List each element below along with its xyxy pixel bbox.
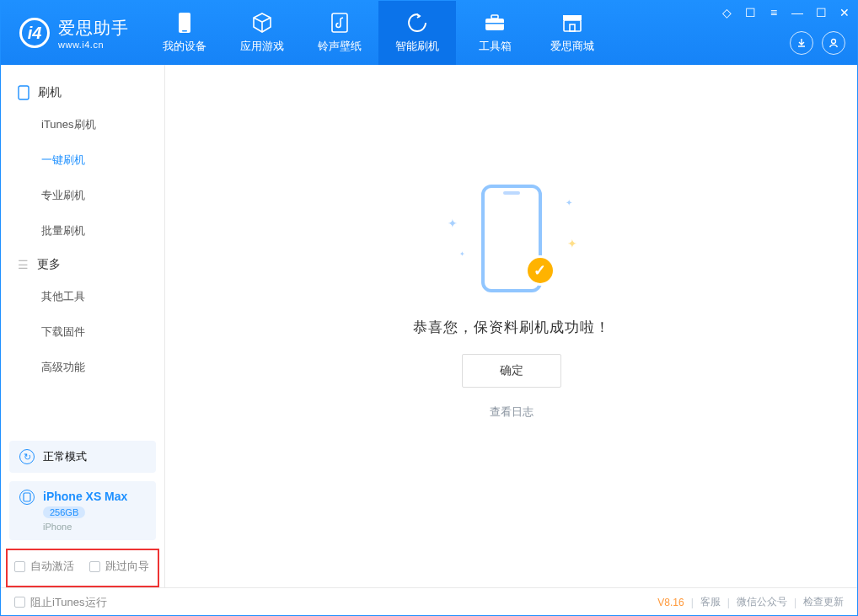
svg-rect-3 [485,19,504,30]
checkbox-skip-guide[interactable]: 跳过向导 [89,559,149,574]
sidebar: 刷机 iTunes刷机 一键刷机 专业刷机 批量刷机 ☰ 更多 其他工具 下载固… [1,65,165,587]
svg-point-8 [832,40,836,44]
view-log-link[interactable]: 查看日志 [490,404,534,420]
sidebar-item-pro-flash[interactable]: 专业刷机 [1,178,164,213]
svg-rect-10 [24,493,30,501]
logo-icon: i4 [19,18,50,48]
refresh-icon: ↻ [19,449,35,464]
phone-outline-icon [18,85,29,100]
version-label: V8.16 [657,597,684,608]
device-type: iPhone [43,522,127,532]
menu-icon[interactable]: ≡ [768,6,780,19]
briefcase-icon [484,12,506,34]
svg-rect-9 [19,86,29,99]
app-logo: i4 爱思助手 www.i4.cn [1,17,146,50]
device-phone-icon [19,490,35,505]
sidebar-item-itunes-flash[interactable]: iTunes刷机 [1,107,164,142]
close-button[interactable]: ✕ [839,6,850,19]
nav-label: 爱思商城 [550,39,594,54]
device-storage-badge: 256GB [43,506,85,518]
minimize-button[interactable]: — [791,6,803,19]
nav-apps-games[interactable]: 应用游戏 [223,1,301,65]
sidebar-item-advanced[interactable]: 高级功能 [1,350,164,385]
success-illustration: ✦ ✦ ✦ ✦ ✓ [444,183,579,301]
sidebar-group-more: ☰ 更多 [1,249,164,279]
svg-rect-5 [485,23,504,24]
mode-card[interactable]: ↻ 正常模式 [9,441,156,473]
nav-label: 铃声壁纸 [318,39,362,54]
checkbox-block-itunes[interactable]: 阻止iTunes运行 [14,595,107,610]
sidebar-item-batch-flash[interactable]: 批量刷机 [1,213,164,249]
nav-store[interactable]: 爱思商城 [534,1,611,65]
svg-rect-2 [332,13,347,32]
footer-link-support[interactable]: 客服 [700,595,721,609]
ok-button[interactable]: 确定 [462,354,561,388]
window-controls: ◇ ☐ ≡ — ☐ ✕ [721,6,850,19]
highlighted-options: 自动激活 跳过向导 [6,549,159,587]
checkbox-icon [14,597,25,608]
nav-label: 智能刷机 [395,39,439,54]
checkbox-icon [14,561,25,572]
shop-icon [561,12,583,34]
mode-label: 正常模式 [43,449,87,464]
sidebar-item-other-tools[interactable]: 其他工具 [1,279,164,314]
nav-label: 我的设备 [163,39,206,54]
main-nav: 我的设备 应用游戏 铃声壁纸 智能刷机 工具箱 爱思商城 [146,1,611,65]
svg-rect-6 [564,20,581,31]
nav-label: 工具箱 [479,39,512,54]
feedback-icon[interactable]: ☐ [744,6,756,19]
theme-icon[interactable]: ◇ [721,6,732,19]
account-button[interactable] [822,31,845,55]
footer-link-wechat[interactable]: 微信公众号 [737,595,787,609]
device-name: iPhone XS Max [43,490,127,503]
svg-rect-7 [570,24,575,31]
nav-ringtones[interactable]: 铃声壁纸 [301,1,378,65]
phone-icon [174,12,196,34]
main-content: ✦ ✦ ✦ ✦ ✓ 恭喜您，保资料刷机成功啦！ 确定 查看日志 [165,65,857,587]
svg-rect-0 [179,13,190,33]
status-bar: 阻止iTunes运行 V8.16 | 客服 | 微信公众号 | 检查更新 [1,587,857,616]
success-message: 恭喜您，保资料刷机成功啦！ [413,318,610,337]
maximize-button[interactable]: ☐ [815,6,827,19]
checkbox-icon [89,561,100,572]
svg-rect-1 [182,30,187,32]
app-subtitle: www.i4.cn [58,40,129,50]
list-icon: ☰ [18,258,29,271]
title-bar: i4 爱思助手 www.i4.cn 我的设备 应用游戏 铃声壁纸 智能刷机 工具… [1,1,857,65]
app-title: 爱思助手 [58,17,129,40]
user-icon [828,37,839,49]
check-badge-icon: ✓ [525,255,555,286]
sidebar-item-onekey-flash[interactable]: 一键刷机 [1,142,164,178]
checkbox-auto-activate[interactable]: 自动激活 [14,559,74,574]
nav-my-device[interactable]: 我的设备 [146,1,223,65]
footer-link-update[interactable]: 检查更新 [803,595,844,609]
nav-smart-flash[interactable]: 智能刷机 [378,1,456,65]
svg-rect-4 [491,15,498,19]
nav-label: 应用游戏 [240,39,284,54]
sidebar-item-download-firmware[interactable]: 下载固件 [1,314,164,350]
download-button[interactable] [790,31,813,55]
sidebar-group-flash: 刷机 [1,77,164,107]
music-file-icon [329,12,351,34]
sync-icon [406,12,428,34]
device-card[interactable]: iPhone XS Max 256GB iPhone [9,481,156,540]
cube-icon [251,12,273,34]
nav-toolbox[interactable]: 工具箱 [456,1,534,65]
download-icon [796,37,807,49]
